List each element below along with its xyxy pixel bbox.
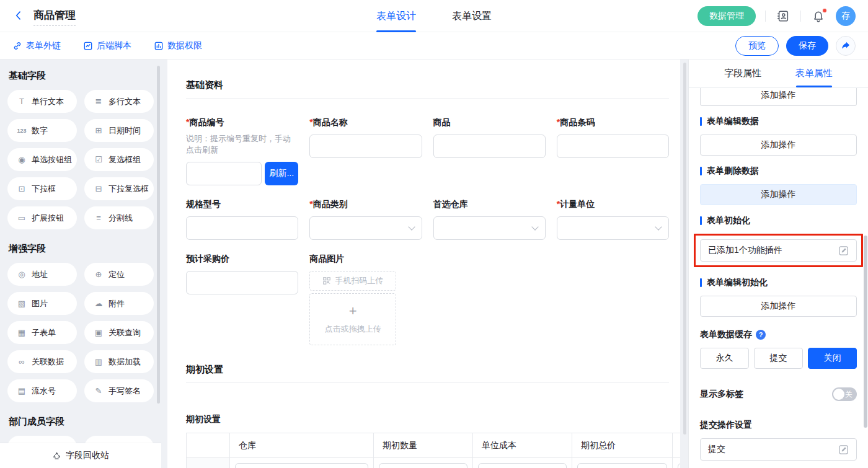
field-product-category[interactable]: *商品类别 xyxy=(309,199,422,240)
field-product-name[interactable]: *商品名称 xyxy=(309,117,422,185)
sidebar-item-radio-group[interactable]: ◉单选按钮组 xyxy=(7,148,77,171)
sidebar-item-divider[interactable]: ≡分割线 xyxy=(84,206,154,229)
subform-warehouse-select[interactable] xyxy=(235,463,368,468)
field-product-barcode[interactable]: *商品条码 xyxy=(557,117,669,185)
sidebar-scrollbar[interactable] xyxy=(157,66,160,404)
field-label: 商品图片 xyxy=(309,254,422,265)
product-name-input[interactable] xyxy=(309,135,422,158)
add-action-button-delete[interactable]: 添加操作 xyxy=(700,184,857,205)
sidebar-item-attachment[interactable]: ☁附件 xyxy=(84,292,154,315)
field-preferred-warehouse[interactable]: 首选仓库 xyxy=(433,199,546,240)
add-action-button-edit-init[interactable]: 添加操作 xyxy=(700,296,857,317)
sidebar-item-label: 日期时间 xyxy=(108,125,141,136)
tab-form-design[interactable]: 表单设计 xyxy=(376,0,416,32)
form-canvas[interactable]: 基础资料 *商品编号 说明：提示编号重复时，手动点击刷新 刷新... *商品名称… xyxy=(167,60,680,468)
cache-option-forever[interactable]: 永久 xyxy=(700,348,749,369)
panel-tabs: 字段属性 表单属性 xyxy=(689,60,868,88)
edit-icon[interactable] xyxy=(838,444,849,455)
sidebar-item-label: 分割线 xyxy=(108,213,133,224)
field-purchase-price[interactable]: 预计采购价 xyxy=(186,254,298,345)
field-product-image[interactable]: 商品图片 手机扫码上传 + 点击或拖拽上传 xyxy=(309,254,422,345)
scan-upload-button[interactable]: 手机扫码上传 xyxy=(309,271,396,291)
avatar[interactable]: 存 xyxy=(836,6,856,26)
multi-tab-toggle[interactable]: 关 xyxy=(832,387,857,401)
drag-upload-area[interactable]: + 点击或拖拽上传 xyxy=(309,293,396,345)
tab-form-settings[interactable]: 表单设置 xyxy=(452,0,492,32)
sidebar-item-linked-data[interactable]: ∞关联数据 xyxy=(7,350,77,373)
subform-cell-input[interactable] xyxy=(577,463,667,468)
data-permission-link[interactable]: 数据权限 xyxy=(154,40,202,51)
page-scrollbar[interactable] xyxy=(864,236,867,428)
field-product[interactable]: 商品 xyxy=(433,117,546,185)
divider-icon: ≡ xyxy=(94,213,104,223)
field-spec-model[interactable]: 规格型号 xyxy=(186,199,298,240)
field-product-code[interactable]: *商品编号 说明：提示编号重复时，手动点击刷新 刷新... xyxy=(186,117,298,185)
sidebar-item-location[interactable]: ⊕定位 xyxy=(84,263,154,286)
form-init-plugin-field[interactable]: 已添加1个功能插件 xyxy=(700,239,857,262)
field-label: 预计采购价 xyxy=(186,254,298,265)
sidebar-group-title: 部门成员字段 xyxy=(9,416,153,428)
tab-field-properties[interactable]: 字段属性 xyxy=(707,60,779,87)
subform-icon: ▦ xyxy=(17,328,27,337)
preview-button[interactable]: 预览 xyxy=(735,36,779,56)
product-code-input[interactable] xyxy=(186,162,262,185)
field-unit[interactable]: *计量单位 xyxy=(557,199,669,240)
sidebar-item-checkbox-group[interactable]: ☑复选框组 xyxy=(84,148,154,171)
save-button[interactable]: 保存 xyxy=(786,36,828,56)
subform-table[interactable]: 仓库期初数量单位成本期初总价商1 xyxy=(186,433,680,468)
add-action-button-top[interactable]: 添加操作 xyxy=(700,88,857,106)
sidebar-item-multi-select[interactable]: ⊟下拉复选框 xyxy=(84,177,154,200)
tab-form-properties[interactable]: 表单属性 xyxy=(779,60,850,87)
submit-action-field[interactable]: 提交 xyxy=(700,438,857,461)
cache-option-submit[interactable]: 提交 xyxy=(754,348,803,369)
sidebar-item-data-load[interactable]: ▥数据加载 xyxy=(84,350,154,373)
subform-cell-input[interactable] xyxy=(478,463,567,468)
sidebar-item-single-line-text[interactable]: T单行文本 xyxy=(7,90,77,113)
sidebar-item-extend-button[interactable]: ▭扩展按钮 xyxy=(7,206,77,229)
notification-bell-icon[interactable] xyxy=(810,8,826,24)
sidebar-item-label: 流水号 xyxy=(32,386,56,397)
cache-option-close[interactable]: 关闭 xyxy=(808,348,857,369)
sidebar-item-datetime[interactable]: ⊞日期时间 xyxy=(84,119,154,142)
data-manage-button[interactable]: 数据管理 xyxy=(698,6,756,26)
product-category-select[interactable] xyxy=(309,216,422,240)
refresh-button[interactable]: 刷新... xyxy=(265,162,298,185)
purchase-price-input[interactable] xyxy=(186,271,298,294)
field-recycle-bin[interactable]: 字段回收站 xyxy=(0,443,161,468)
data-load-icon: ▥ xyxy=(94,357,104,366)
sidebar-item-label: 多行文本 xyxy=(108,96,141,107)
subform-cell-input[interactable] xyxy=(678,463,680,468)
product-barcode-input[interactable] xyxy=(557,135,669,158)
add-action-button-edit[interactable]: 添加操作 xyxy=(700,135,857,156)
backend-script-link[interactable]: 后端脚本 xyxy=(83,40,131,51)
product-input[interactable] xyxy=(433,135,546,158)
edit-icon[interactable] xyxy=(838,245,849,256)
sidebar-item-serial-number[interactable]: ▤流水号 xyxy=(7,379,77,402)
preferred-warehouse-select[interactable] xyxy=(433,216,546,240)
help-icon[interactable]: ? xyxy=(756,330,766,340)
sidebar-item-signature[interactable]: ✎手写签名 xyxy=(84,379,154,402)
contact-book-icon[interactable] xyxy=(775,8,791,24)
sidebar-item-number[interactable]: 123数字 xyxy=(7,119,77,142)
canvas-scrollbar[interactable] xyxy=(683,63,686,435)
form-external-link[interactable]: 表单外链 xyxy=(12,40,61,51)
unit-select[interactable] xyxy=(557,216,669,240)
sidebar-item-subform[interactable]: ▦子表单 xyxy=(7,321,77,344)
plugin-added-label: 已添加1个功能插件 xyxy=(708,245,782,256)
address-icon: ◎ xyxy=(17,270,27,279)
sidebar-item-select[interactable]: ⊡下拉框 xyxy=(7,177,77,200)
back-icon[interactable] xyxy=(12,9,26,23)
sidebar-item-address[interactable]: ◎地址 xyxy=(7,263,77,286)
sidebar-item-linked-query[interactable]: ▣关联查询 xyxy=(84,321,154,344)
sidebar-item-image[interactable]: ▧图片 xyxy=(7,292,77,315)
sidebar-item-label: 关联查询 xyxy=(108,327,141,338)
subform-cell-input[interactable] xyxy=(379,463,467,468)
sidebar-item-label: 地址 xyxy=(32,269,48,280)
sidebar-item-multi-line-text[interactable]: ≣多行文本 xyxy=(84,90,154,113)
spec-model-input[interactable] xyxy=(186,216,298,240)
linked-query-icon: ▣ xyxy=(94,328,104,337)
plus-icon: + xyxy=(349,304,357,318)
section-form-delete-data: 表单删除数据 xyxy=(700,166,857,177)
share-icon[interactable] xyxy=(836,36,856,56)
recycle-label: 字段回收站 xyxy=(66,450,109,461)
